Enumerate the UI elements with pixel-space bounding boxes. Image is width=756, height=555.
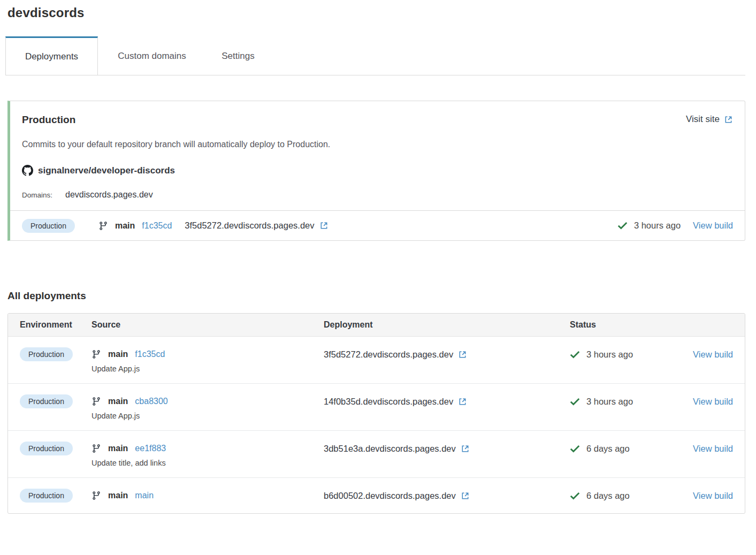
branch-name: main bbox=[108, 444, 128, 453]
branch-name: main bbox=[108, 491, 128, 500]
status-cell: 6 days ago bbox=[570, 488, 687, 503]
commit-link[interactable]: cba8300 bbox=[135, 397, 167, 406]
deployment-table-row: Production main main b6d00502.devdiscord… bbox=[8, 478, 745, 513]
commit-message: Update App.js bbox=[91, 412, 324, 420]
deployment-url: b6d00502.devdiscords.pages.dev bbox=[324, 491, 456, 501]
all-deployments-heading: All deployments bbox=[7, 290, 745, 302]
source-cell: main main bbox=[91, 488, 324, 503]
deployment-table-row: Production main ee1f883 Update title, ad… bbox=[8, 431, 745, 478]
tab-bar: Deployments Custom domains Settings bbox=[5, 36, 745, 75]
git-branch-icon bbox=[91, 491, 101, 500]
branch-name: main bbox=[115, 221, 135, 231]
success-check-icon bbox=[570, 398, 580, 406]
view-build-link[interactable]: View build bbox=[693, 349, 733, 360]
success-check-icon bbox=[570, 445, 580, 453]
branch-name: main bbox=[108, 349, 128, 359]
success-check-icon bbox=[570, 445, 580, 453]
deployment-url-external-link[interactable] bbox=[461, 491, 470, 500]
production-card: Production Visit site Commits to your de… bbox=[7, 101, 745, 241]
external-link-icon bbox=[724, 115, 733, 124]
domains-value: devdiscords.pages.dev bbox=[65, 190, 153, 200]
environment-badge: Production bbox=[20, 394, 73, 408]
repo-name: signalnerve/developer-discords bbox=[38, 165, 175, 176]
environment-badge: Production bbox=[22, 219, 75, 233]
tab-settings[interactable]: Settings bbox=[206, 36, 270, 75]
view-build-link[interactable]: View build bbox=[693, 221, 733, 231]
source-cell: main cba8300 Update App.js bbox=[91, 394, 324, 420]
environment-cell: Production bbox=[20, 441, 91, 456]
actions-cell: View build bbox=[687, 488, 733, 503]
git-branch-icon bbox=[91, 349, 101, 359]
branch-name: main bbox=[108, 397, 128, 406]
environment-badge: Production bbox=[20, 442, 73, 455]
commit-link[interactable]: f1c35cd bbox=[135, 349, 165, 359]
deployment-table-row: Production main cba8300 Update App.js 14… bbox=[8, 384, 745, 431]
deployment-table-row: Production main f1c35cd Update App.js 3f… bbox=[8, 337, 745, 384]
git-branch-icon bbox=[91, 349, 101, 359]
status-cell: 3 hours ago bbox=[570, 347, 687, 362]
git-branch-icon bbox=[91, 444, 101, 453]
view-build-link[interactable]: View build bbox=[693, 491, 733, 501]
success-check-icon bbox=[570, 492, 580, 500]
deployment-url-external-link[interactable] bbox=[319, 221, 329, 230]
deployment-url-external-link[interactable] bbox=[458, 350, 467, 359]
commit-link[interactable]: ee1f883 bbox=[135, 444, 166, 453]
source-cell: main ee1f883 Update title, add links bbox=[91, 441, 324, 467]
git-branch-icon bbox=[91, 397, 101, 406]
git-branch-icon bbox=[91, 444, 101, 453]
success-check-icon bbox=[570, 351, 580, 359]
success-check-icon bbox=[570, 398, 580, 406]
environment-badge: Production bbox=[20, 347, 73, 361]
deployment-url: 14f0b35d.devdiscords.pages.dev bbox=[324, 397, 453, 407]
success-check-icon bbox=[617, 222, 628, 230]
deployments-table: Environment Source Deployment Status Pro… bbox=[7, 313, 745, 514]
external-link-icon bbox=[461, 444, 470, 453]
deployment-url-external-link[interactable] bbox=[458, 397, 467, 406]
environment-badge: Production bbox=[20, 489, 73, 503]
deploy-time: 6 days ago bbox=[586, 444, 630, 454]
git-branch-icon bbox=[91, 397, 101, 406]
external-link-icon bbox=[724, 115, 733, 124]
actions-cell: View build bbox=[687, 347, 733, 362]
table-header-row: Environment Source Deployment Status bbox=[8, 314, 745, 337]
domains-row: Domains: devdiscords.pages.dev bbox=[22, 190, 733, 200]
visit-site-label: Visit site bbox=[686, 114, 720, 125]
tab-deployments[interactable]: Deployments bbox=[5, 36, 98, 75]
external-link-icon bbox=[458, 397, 467, 406]
column-header-deployment: Deployment bbox=[324, 314, 570, 336]
view-build-link[interactable]: View build bbox=[693, 444, 733, 454]
deploy-time: 3 hours ago bbox=[586, 349, 633, 360]
deployment-cell: 14f0b35d.devdiscords.pages.dev bbox=[324, 394, 570, 409]
table-body: Production main f1c35cd Update App.js 3f… bbox=[8, 337, 745, 513]
column-header-environment: Environment bbox=[20, 314, 91, 336]
column-header-status: Status bbox=[570, 314, 687, 336]
production-card-title: Production bbox=[22, 114, 75, 126]
deployment-cell: 3db51e3a.devdiscords.pages.dev bbox=[324, 441, 570, 456]
external-link-icon bbox=[319, 221, 329, 230]
deployment-url: 3db51e3a.devdiscords.pages.dev bbox=[324, 444, 456, 454]
production-deployment-row: Production main f1c35cd 3f5d5272.devdisc… bbox=[10, 210, 745, 240]
deploy-time: 3 hours ago bbox=[586, 397, 633, 407]
environment-cell: Production bbox=[20, 394, 91, 409]
production-description: Commits to your default repository branc… bbox=[22, 140, 733, 149]
commit-link[interactable]: main bbox=[135, 491, 154, 500]
success-check-icon bbox=[617, 222, 628, 230]
column-header-actions bbox=[687, 314, 733, 336]
deployment-cell: 3f5d5272.devdiscords.pages.dev bbox=[324, 347, 570, 362]
success-check-icon bbox=[570, 492, 580, 500]
visit-site-link[interactable]: Visit site bbox=[686, 114, 733, 125]
tab-custom-domains[interactable]: Custom domains bbox=[98, 36, 206, 75]
deployment-url: 3f5d5272.devdiscords.pages.dev bbox=[324, 349, 453, 360]
deploy-time: 6 days ago bbox=[586, 491, 630, 501]
repo-link[interactable]: signalnerve/developer-discords bbox=[22, 165, 733, 176]
view-build-link[interactable]: View build bbox=[693, 397, 733, 407]
actions-cell: View build bbox=[687, 441, 733, 456]
success-check-icon bbox=[570, 351, 580, 359]
commit-link[interactable]: f1c35cd bbox=[142, 221, 172, 231]
environment-cell: Production bbox=[20, 347, 91, 362]
deployment-url: 3f5d5272.devdiscords.pages.dev bbox=[185, 221, 314, 231]
commit-message: Update App.js bbox=[91, 364, 324, 373]
column-header-source: Source bbox=[91, 314, 324, 336]
deployment-url-external-link[interactable] bbox=[461, 444, 470, 453]
commit-message: Update title, add links bbox=[91, 459, 324, 467]
